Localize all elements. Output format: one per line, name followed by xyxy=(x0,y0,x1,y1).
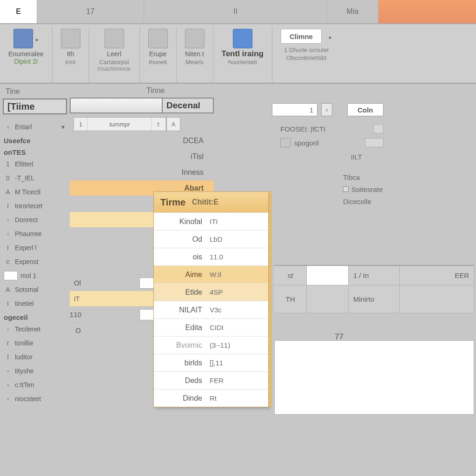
option-row[interactable]: iILT xyxy=(272,150,383,164)
list-item[interactable]: mol 1 xyxy=(3,269,67,283)
list-item[interactable]: AM Ticectl xyxy=(3,185,67,199)
dropdown-arrow-icon[interactable]: ▸ xyxy=(329,34,332,40)
ribbon-group-2: Leerl Cartatorpst Insactieneear xyxy=(89,27,140,83)
time-box[interactable]: [Tiime xyxy=(3,99,67,114)
dropdown-item[interactable]: DindeRt xyxy=(154,389,268,407)
list-item[interactable]: ▫ Ertiarl ▾ xyxy=(3,120,67,134)
list-item[interactable]: ▫tityshe xyxy=(3,364,67,378)
list-item[interactable]: DCEA xyxy=(70,133,214,149)
tab-1[interactable]: 17 xyxy=(37,0,144,23)
mini-tab-corner[interactable]: A xyxy=(166,117,180,131)
list-item[interactable]: IExperl l xyxy=(3,241,67,255)
option-row[interactable]: spogoril xyxy=(272,136,383,150)
list-item[interactable]: ASotsmal xyxy=(3,283,67,297)
table-cell: TH xyxy=(274,285,307,313)
gray-icon[interactable] xyxy=(185,29,205,48)
list-item[interactable]: ▫Tecilenet xyxy=(3,322,67,336)
list-item[interactable]: iTisl xyxy=(70,149,214,165)
time-box[interactable]: Climne xyxy=(281,29,322,44)
list-item[interactable]: ▫Donrect xyxy=(3,213,67,227)
dropdown-item[interactable]: DedsFER xyxy=(154,371,268,389)
tab-2[interactable]: II xyxy=(144,0,327,23)
mini-tabbar: 1 tummpr I: xyxy=(73,117,166,131)
value-input[interactable] xyxy=(70,98,163,113)
dropdown-title: Tirme xyxy=(160,197,185,208)
gray-icon[interactable] xyxy=(148,29,168,48)
square-icon: ▫ xyxy=(4,367,12,375)
table-header[interactable]: st xyxy=(274,266,307,285)
list-item[interactable]: rtonillie xyxy=(3,336,67,350)
enumerate-icon[interactable] xyxy=(13,29,33,48)
row-number: 77 xyxy=(335,332,344,342)
list-item[interactable]: Soitesrate xyxy=(343,183,390,195)
dropdown-item[interactable]: NILAITV3c xyxy=(154,301,268,318)
section-heading: Useefce xyxy=(3,134,67,145)
list-item[interactable]: Dicecolle xyxy=(343,195,390,207)
data-table: st 1 / In EER TH Minirto xyxy=(274,265,474,313)
table-row[interactable]: TH Minirto xyxy=(274,285,474,313)
chevron-down-icon: ▾ xyxy=(59,123,67,131)
dropdown-item[interactable]: EditaCIDI xyxy=(154,318,268,336)
ribbon-sublabel: huortentatt xyxy=(228,59,257,66)
stepper-up-icon[interactable]: › xyxy=(321,103,332,116)
section-heading: onTES xyxy=(3,145,67,157)
gray-icon[interactable] xyxy=(61,29,80,48)
tab-3[interactable]: Mia xyxy=(327,0,378,23)
ribbon-group-5: Tentl iraing huortentatt xyxy=(213,27,272,83)
dropdown-item[interactable]: Bvoimic(3·-11) xyxy=(154,336,268,354)
ribbon-label: Enumeralee xyxy=(8,50,44,58)
mini-tab[interactable]: 1 xyxy=(74,118,88,131)
mini-tab[interactable]: I: xyxy=(152,118,166,131)
mini-tab[interactable]: tummpr xyxy=(88,118,152,131)
workspace: Tine [Tiime ▫ Ertiarl ▾ Useefce onTES 1E… xyxy=(0,84,476,476)
checkbox-icon[interactable] xyxy=(280,138,291,147)
tab-accent[interactable] xyxy=(378,0,476,23)
table-header-row: st 1 / In EER xyxy=(274,266,474,285)
table-header[interactable]: EER xyxy=(400,266,474,285)
dropdown-subtitle: Chitit:E xyxy=(192,198,218,206)
right-sidebar-extra: Tibca Soitesrate Dicecolle xyxy=(343,171,390,207)
stepper-row: 1 › Coln xyxy=(272,102,383,117)
dropdown-item[interactable]: KinofalITI xyxy=(154,212,268,230)
dropdown-item-selected[interactable]: AimeW:il xyxy=(154,265,268,283)
decimal-label[interactable]: Decenal xyxy=(163,98,214,113)
list-item[interactable]: 1Efitterl xyxy=(3,157,67,171)
dropdown-item[interactable]: OdLbD xyxy=(154,230,268,248)
dropdown-item[interactable]: ois11.0 xyxy=(154,248,268,265)
list-item[interactable]: cExpenst xyxy=(3,255,67,269)
option-row[interactable]: FOOSEI: |fCTI xyxy=(272,122,383,136)
list-item[interactable]: ▫niocsteet xyxy=(3,392,67,406)
list-item[interactable]: 0-T_IEL xyxy=(3,171,67,185)
square-icon: ▫ xyxy=(4,395,12,403)
ribbon-sublabel: Cartatorpst xyxy=(99,59,129,66)
list-item[interactable]: Itorortecet xyxy=(3,199,67,213)
option-icon xyxy=(365,138,383,147)
list-item[interactable]: Itinetiel xyxy=(3,297,67,311)
blue-icon[interactable] xyxy=(233,29,252,48)
table-cell xyxy=(307,285,349,313)
table-header[interactable] xyxy=(307,266,349,285)
list-item[interactable]: lluditor xyxy=(3,350,67,364)
dropdown-arrow-icon[interactable]: ▸ xyxy=(36,36,39,43)
option-icon xyxy=(373,124,383,133)
stepper-value[interactable]: 1 xyxy=(272,103,317,116)
ribbon-group-4: Niten.t Mearls xyxy=(177,27,213,83)
list-item[interactable]: ▫c:ItTen xyxy=(3,378,67,392)
white-swatch xyxy=(4,271,18,280)
dropdown-item[interactable]: birlds[],11 xyxy=(154,354,268,371)
apply-button[interactable]: Coln xyxy=(347,103,383,116)
dropdown-item-selected[interactable]: Etlde4SP xyxy=(154,283,268,301)
gray-icon[interactable] xyxy=(105,29,124,48)
list-item[interactable]: Tibca xyxy=(343,171,390,183)
list-item[interactable]: ▫Phaurree xyxy=(3,227,67,241)
ribbon-sublabel: thunelt xyxy=(149,59,167,66)
checkbox-icon[interactable] xyxy=(343,186,349,192)
tab-home[interactable]: E xyxy=(0,0,37,23)
list-item[interactable]: Inness xyxy=(70,165,214,180)
ribbon-sublabel2: Insactieneear xyxy=(98,66,131,72)
table-header[interactable]: 1 / In xyxy=(349,266,400,285)
tab-strip: E 17 II Mia xyxy=(0,0,476,24)
left-panel: Tine [Tiime ▫ Ertiarl ▾ Useefce onTES 1E… xyxy=(0,84,70,476)
ribbon-sublabel: Dipint 2i xyxy=(14,58,38,65)
square-icon: ▫ xyxy=(4,230,12,238)
